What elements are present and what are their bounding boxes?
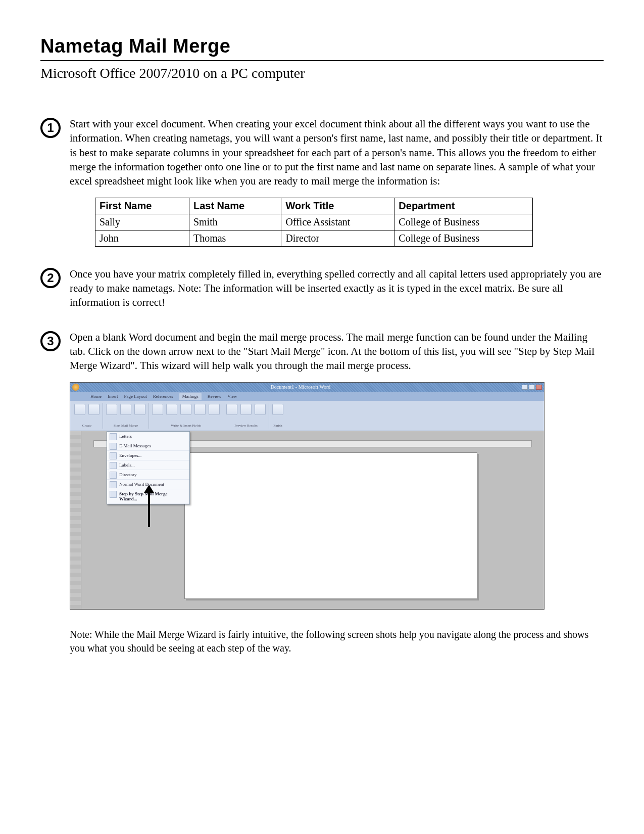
- step-2: 2 Once you have your matrix completely f…: [40, 267, 604, 310]
- col-department: Department: [394, 198, 532, 214]
- step-3-text: Open a blank Word document and begin the…: [70, 330, 604, 373]
- window-title: Document1 - Microsoft Word: [79, 384, 522, 390]
- preview-results-icon[interactable]: [226, 404, 237, 415]
- edit-recipient-list-icon[interactable]: [134, 404, 145, 415]
- step-2-text: Once you have your matrix completely fil…: [70, 267, 604, 310]
- step-badge-1: 1: [40, 118, 61, 138]
- cell: College of Business: [394, 230, 532, 246]
- step-badge-2: 2: [40, 268, 61, 288]
- cell: Director: [281, 230, 394, 246]
- cell: Smith: [189, 214, 281, 230]
- tab-page-layout[interactable]: Page Layout: [124, 394, 147, 399]
- cell: Office Assistant: [281, 214, 394, 230]
- word-screenshot: Document1 - Microsoft Word Home Insert P…: [70, 382, 604, 610]
- step-3: 3 Open a blank Word document and begin t…: [40, 330, 604, 373]
- ribbon-group-preview: Preview Results: [225, 403, 269, 429]
- minimize-icon[interactable]: [522, 385, 528, 390]
- ribbon-group-label: Write & Insert Fields: [152, 424, 220, 428]
- tab-review[interactable]: Review: [208, 394, 222, 399]
- start-mail-merge-icon[interactable]: [106, 404, 117, 415]
- step-1-paragraph: Start with your excel document. When cre…: [70, 118, 602, 187]
- close-icon[interactable]: [536, 385, 542, 390]
- ribbon-group-label: Start Mail Merge: [106, 424, 145, 428]
- step-1-text: Start with your excel document. When cre…: [70, 117, 604, 247]
- auto-check-errors-icon[interactable]: [255, 404, 266, 415]
- ribbon-group-finish: Finish: [271, 403, 286, 429]
- title-divider: [40, 60, 604, 61]
- labels-icon[interactable]: [88, 404, 100, 415]
- ribbon-group-label: Preview Results: [226, 424, 266, 428]
- tab-home[interactable]: Home: [90, 394, 102, 399]
- dropdown-item-email[interactable]: E-Mail Messages: [107, 441, 189, 451]
- ribbon-group-label: Create: [74, 424, 100, 428]
- document-body: Letters E-Mail Messages Envelopes... Lab…: [70, 431, 544, 609]
- ribbon-group-write-insert: Write & Insert Fields: [151, 403, 223, 429]
- rules-icon[interactable]: [209, 404, 220, 415]
- col-last-name: Last Name: [189, 198, 281, 214]
- col-first-name: First Name: [95, 198, 189, 214]
- ribbon-group-label: Finish: [272, 424, 283, 428]
- word-window: Document1 - Microsoft Word Home Insert P…: [70, 382, 544, 610]
- ribbon: Create Start Mail Merge Write & Insert F…: [70, 401, 544, 431]
- step-badge-3: 3: [40, 331, 61, 351]
- select-recipients-icon[interactable]: [120, 404, 131, 415]
- office-button-icon[interactable]: [72, 384, 79, 391]
- annotation-arrow-icon: [148, 492, 150, 527]
- col-work-title: Work Title: [281, 198, 394, 214]
- tab-view[interactable]: View: [227, 394, 237, 399]
- cell: John: [95, 230, 189, 246]
- dropdown-item-directory[interactable]: Directory: [107, 470, 189, 480]
- window-titlebar: Document1 - Microsoft Word: [70, 383, 544, 392]
- finish-merge-icon[interactable]: [272, 404, 283, 415]
- table-row: Sally Smith Office Assistant College of …: [95, 214, 533, 230]
- tab-mailings[interactable]: Mailings: [179, 393, 202, 400]
- dropdown-item-envelopes[interactable]: Envelopes...: [107, 451, 189, 460]
- address-block-icon[interactable]: [166, 404, 177, 415]
- envelopes-icon[interactable]: [74, 404, 85, 415]
- insert-merge-field-icon[interactable]: [194, 404, 206, 415]
- blank-page[interactable]: [184, 452, 477, 599]
- tab-insert[interactable]: Insert: [108, 394, 118, 399]
- find-recipient-icon[interactable]: [240, 404, 252, 415]
- ribbon-group-create: Create: [73, 403, 103, 429]
- vertical-ruler: [70, 431, 81, 609]
- sample-table: First Name Last Name Work Title Departme…: [95, 198, 533, 247]
- page-area: Letters E-Mail Messages Envelopes... Lab…: [81, 431, 544, 609]
- window-controls[interactable]: [522, 385, 542, 390]
- cell: Thomas: [189, 230, 281, 246]
- highlight-merge-fields-icon[interactable]: [152, 404, 163, 415]
- page-subtitle: Microsoft Office 2007/2010 on a PC compu…: [40, 65, 604, 81]
- maximize-icon[interactable]: [529, 385, 535, 390]
- footer-note: Note: While the Mail Merge Wizard is fai…: [70, 628, 599, 655]
- cell: Sally: [95, 214, 189, 230]
- table-row: John Thomas Director College of Business: [95, 230, 533, 246]
- dropdown-item-letters[interactable]: Letters: [107, 432, 189, 441]
- dropdown-item-labels[interactable]: Labels...: [107, 460, 189, 470]
- step-1: 1 Start with your excel document. When c…: [40, 117, 604, 247]
- ribbon-group-start-mail-merge: Start Mail Merge: [105, 403, 149, 429]
- tab-references[interactable]: References: [153, 394, 173, 399]
- greeting-line-icon[interactable]: [180, 404, 191, 415]
- ribbon-tabs[interactable]: Home Insert Page Layout References Maili…: [70, 392, 544, 401]
- cell: College of Business: [394, 214, 532, 230]
- page-title: Nametag Mail Merge: [40, 35, 604, 57]
